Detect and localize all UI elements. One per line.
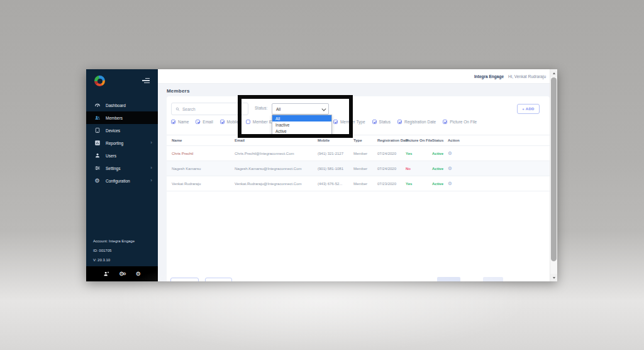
pagination-page-button[interactable] — [437, 277, 460, 281]
add-button[interactable]: + ADD — [517, 104, 540, 114]
cell-name: Nagesh Kamarsu — [172, 167, 235, 171]
sidebar-item-configuration[interactable]: ⚙Configuration› — [86, 174, 158, 187]
page-title: Members — [167, 88, 190, 94]
column-header-email: Email — [235, 138, 318, 142]
checkbox-member-id[interactable] — [246, 120, 250, 124]
pagination-page-button[interactable] — [483, 277, 503, 281]
cell-email: Nagesh.Kamarsu@Integraconnect.Com — [235, 167, 318, 171]
chevron-right-icon: › — [150, 179, 152, 183]
sidebar-item-dashboard[interactable]: Dashboard — [86, 99, 158, 111]
status-option-inactive[interactable]: Inactive — [272, 121, 331, 128]
column-header-type: Type — [353, 138, 377, 142]
cell-name: Chris Prechtl — [172, 152, 235, 155]
table-row[interactable]: Venkat RudrarajuVenkat.Rudraraju@Integra… — [167, 176, 550, 191]
configuration-icon: ⚙ — [94, 178, 101, 184]
content-area: Members Search Status: All + AD — [158, 84, 550, 281]
user-plus-icon[interactable] — [103, 271, 109, 277]
filter-label: Email — [203, 120, 213, 124]
sidebar-item-reporting[interactable]: Reporting› — [86, 137, 158, 149]
checkbox-registration-date[interactable] — [397, 120, 402, 124]
checkbox-picture-on-file[interactable] — [443, 120, 447, 124]
cell-status: Active — [432, 182, 448, 186]
sidebar-item-label: Devices — [106, 128, 120, 133]
account-id: ID: 001705 — [93, 249, 135, 252]
filter-label: Picture On File — [450, 120, 477, 124]
filter-label: Member ID — [253, 120, 273, 124]
sidebar-item-members[interactable]: Members — [86, 111, 158, 124]
status-option-active[interactable]: Active — [272, 128, 331, 134]
cell-name: Venkat Rudraraju — [172, 182, 235, 186]
column-header-name: Name — [172, 138, 235, 142]
scrollbar-thumb[interactable] — [551, 77, 557, 261]
filter-member-type[interactable]: Member Type — [333, 120, 365, 124]
chevron-right-icon: › — [150, 141, 152, 145]
scroll-up-arrow-icon[interactable] — [550, 69, 557, 77]
sidebar-item-label: Users — [106, 154, 116, 158]
gear-icon[interactable]: ⚙ — [136, 271, 141, 277]
row-settings-gear-icon[interactable]: ⚙ — [448, 150, 473, 156]
search-placeholder: Search — [182, 107, 196, 111]
members-card: Search Status: All + ADD NameEmailMobile… — [167, 96, 550, 281]
sidebar-item-label: Dashboard — [106, 103, 126, 108]
scroll-down-arrow-icon[interactable] — [550, 274, 557, 281]
sidebar-nav: DashboardMembersDevicesReporting›UsersSe… — [86, 99, 158, 187]
pagination-next-button[interactable] — [205, 278, 232, 281]
cell-mobile: (901) 581-1081 — [318, 167, 353, 171]
column-header-status: Status — [432, 138, 448, 142]
sidebar-item-users[interactable]: Users — [86, 149, 158, 162]
cogs-icon[interactable]: ⚙⚙ — [119, 271, 126, 277]
hamburger-menu-icon[interactable] — [142, 78, 150, 83]
filter-email[interactable]: Email — [196, 120, 213, 124]
filter-picture-on-file[interactable]: Picture On File — [443, 120, 477, 124]
status-select[interactable]: All — [272, 103, 329, 115]
filter-name[interactable]: Name — [171, 120, 189, 124]
column-header-mobile: Mobile — [318, 138, 353, 142]
user-greeting[interactable]: Hi, Venkat Rudraraju — [508, 74, 546, 79]
filter-label: Status — [379, 120, 391, 124]
users-icon — [94, 152, 101, 159]
status-option-all[interactable]: All — [272, 115, 331, 121]
cell-type: Member — [353, 182, 377, 186]
account-name: Account: Integra Engage — [93, 239, 135, 243]
checkbox-mobile[interactable] — [220, 120, 225, 124]
table-row[interactable]: Nagesh KamarsuNagesh.Kamarsu@Integraconn… — [167, 161, 550, 176]
search-icon — [175, 107, 180, 111]
row-settings-gear-icon[interactable]: ⚙ — [448, 166, 473, 171]
table-row[interactable]: Chris PrechtlChris.Prechtl@Integraconnec… — [167, 146, 550, 161]
status-select-value: All — [276, 107, 280, 111]
cell-type: Member — [353, 167, 377, 171]
cell-registration_date: 07/24/2020 — [377, 152, 406, 155]
cell-email: Chris.Prechtl@Integraconnect.Com — [235, 152, 318, 155]
reporting-icon — [94, 140, 101, 147]
filter-mobile[interactable]: Mobile — [220, 120, 239, 124]
sidebar-item-devices[interactable]: Devices — [86, 124, 158, 137]
sidebar-item-settings[interactable]: Settings› — [86, 162, 158, 174]
filter-member-id[interactable]: Member ID — [246, 120, 273, 124]
checkbox-email[interactable] — [196, 120, 200, 124]
row-settings-gear-icon[interactable]: ⚙ — [448, 181, 473, 186]
sidebar-logo-row — [86, 69, 158, 93]
app-version: V: 20.3.10 — [93, 258, 135, 262]
filter-label: Name — [178, 120, 189, 124]
status-label: Status: — [255, 106, 267, 110]
status-dropdown-list: AllInactiveActive — [272, 115, 332, 135]
brand-label: Integra Engage — [474, 74, 504, 79]
vertical-scrollbar[interactable] — [550, 69, 557, 281]
search-input[interactable]: Search — [171, 103, 248, 115]
filter-registration-date[interactable]: Registration Date — [397, 120, 436, 124]
cell-mobile: (941) 321-2127 — [318, 152, 353, 155]
main-area: Integra Engage Hi, Venkat Rudraraju Memb… — [158, 69, 550, 281]
account-info: Account: Integra Engage ID: 001705 V: 20… — [93, 239, 135, 268]
cell-status: Active — [432, 152, 448, 155]
filter-status[interactable]: Status — [372, 120, 391, 124]
checkbox-member-type[interactable] — [333, 120, 338, 124]
pagination-prev-button[interactable] — [170, 278, 199, 281]
filter-label: Registration Date — [404, 120, 436, 124]
app-window: DashboardMembersDevicesReporting›UsersSe… — [86, 69, 557, 281]
checkbox-name[interactable] — [171, 120, 175, 124]
checkbox-status[interactable] — [372, 120, 377, 124]
cell-status: Active — [432, 167, 448, 171]
sidebar-item-label: Members — [106, 116, 123, 120]
sidebar-item-label: Configuration — [106, 179, 130, 183]
column-header-registration-date: Registration Date — [377, 138, 406, 142]
